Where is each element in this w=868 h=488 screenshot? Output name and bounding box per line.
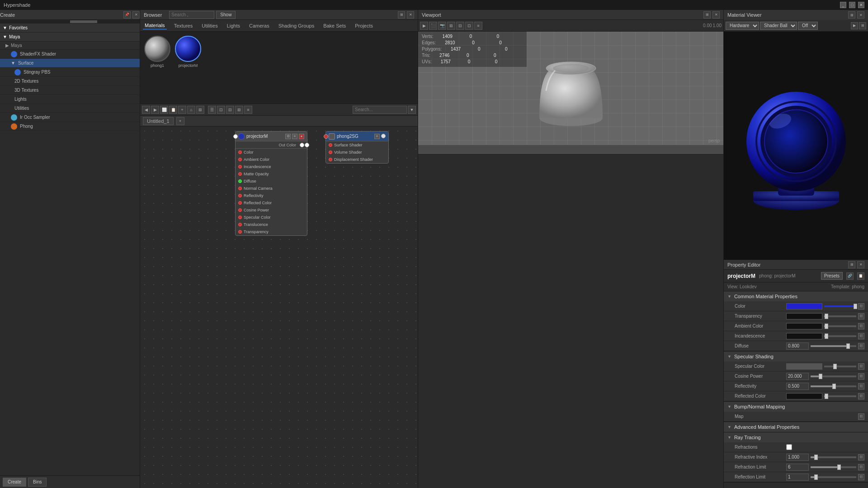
vp-btn2[interactable]: ⬛ xyxy=(429,22,437,30)
node-settings-btn[interactable]: ⚙ xyxy=(285,134,291,139)
maximize-button[interactable]: □ xyxy=(849,2,855,8)
refl-limit-chain-btn[interactable]: ⛓ xyxy=(858,474,864,480)
irocc-item[interactable]: Ir Occ Sampler xyxy=(0,113,140,122)
ne-btn-5[interactable]: + xyxy=(178,106,186,114)
horizontal-scrollbar[interactable] xyxy=(0,20,140,23)
ne-btn-1[interactable]: ◀ xyxy=(142,106,150,114)
search-input[interactable] xyxy=(169,11,214,19)
ne-btn-7[interactable]: ⊞ xyxy=(196,106,204,114)
refl-color-swatch[interactable] xyxy=(786,393,822,399)
ne-btn-8[interactable]: ☰ xyxy=(208,106,216,114)
2dtex-item[interactable]: 2D Textures xyxy=(0,77,140,86)
refr-limit-slider[interactable] xyxy=(811,466,856,468)
pe-presets-btn[interactable]: Presets xyxy=(821,272,843,280)
browser-float-btn[interactable]: ⊞ xyxy=(398,11,405,19)
tab-textures[interactable]: Textures xyxy=(172,22,195,29)
ambient-swatch[interactable] xyxy=(786,323,822,329)
transparency-chain-btn[interactable]: ⛓ xyxy=(858,313,864,319)
utilities-item[interactable]: Utilities xyxy=(0,104,140,113)
diffuse-input[interactable] xyxy=(786,343,809,350)
node-projectorm[interactable]: projectorM ⚙ ≡ ● Out Color xyxy=(235,131,307,236)
material-projectorm[interactable]: projectorM xyxy=(175,35,202,68)
minimize-button[interactable]: _ xyxy=(840,2,846,8)
create-panel-pin[interactable]: 📌 xyxy=(123,11,131,19)
bump-section-header[interactable]: ▼ Bump/Normal Mapping xyxy=(724,402,868,412)
pe-link-btn[interactable]: 🔗 xyxy=(846,272,854,280)
ne-btn-10[interactable]: ⊟ xyxy=(226,106,234,114)
show-button[interactable]: Show xyxy=(216,11,236,19)
sg-expand-btn[interactable]: ≡ xyxy=(374,134,380,139)
cosine-power-input[interactable] xyxy=(786,373,809,380)
favorites-header[interactable]: ▼ Favorites xyxy=(0,23,140,33)
pe-close-btn[interactable]: ✕ xyxy=(857,261,864,268)
node-expand-btn[interactable]: ≡ xyxy=(292,134,297,139)
viewport-close-btn[interactable]: ✕ xyxy=(712,11,720,19)
tab-materials[interactable]: Materials xyxy=(143,22,167,29)
spec-color-slider[interactable] xyxy=(824,366,856,367)
sg-in-connector[interactable] xyxy=(324,134,328,139)
maya-sub-header[interactable]: ▶ Maya xyxy=(0,42,140,50)
ne-btn-4[interactable]: 📋 xyxy=(169,106,177,114)
node-search-input[interactable] xyxy=(353,106,407,114)
ambient-chain-btn[interactable]: ⛓ xyxy=(858,323,864,329)
cosine-power-slider[interactable] xyxy=(811,375,856,377)
incand-swatch[interactable] xyxy=(786,333,822,339)
color-swatch[interactable] xyxy=(786,303,822,310)
sg-out-connector[interactable] xyxy=(381,134,386,138)
stingray-item[interactable]: Stingray PBS xyxy=(0,68,140,77)
ne-btn-6[interactable]: ⌂ xyxy=(187,106,195,114)
reflectivity-chain-btn[interactable]: ⛓ xyxy=(858,383,864,389)
refl-color-chain-btn[interactable]: ⛓ xyxy=(858,393,864,399)
viewport-float-btn[interactable]: ⊞ xyxy=(703,11,711,19)
refr-index-input[interactable] xyxy=(786,454,809,461)
mv-icon-btn1[interactable]: ▶ xyxy=(851,22,858,29)
diffuse-slider[interactable] xyxy=(811,345,856,347)
transparency-slider[interactable] xyxy=(824,315,856,317)
mv-float-btn[interactable]: ⊞ xyxy=(848,11,855,19)
ambient-slider[interactable] xyxy=(824,325,856,327)
transparency-swatch[interactable] xyxy=(786,313,822,319)
pe-float-btn[interactable]: ⊞ xyxy=(848,261,855,268)
mv-icon-btn2[interactable]: ⊞ xyxy=(859,22,866,29)
refr-index-chain-btn[interactable]: ⛓ xyxy=(858,454,864,460)
shaderfx-item[interactable]: ShaderFX Shader xyxy=(0,50,140,59)
refl-limit-input[interactable] xyxy=(786,474,809,481)
color-chain-btn[interactable]: ⛓ xyxy=(858,303,864,310)
3dtex-item[interactable]: 3D Textures xyxy=(0,86,140,95)
specular-section-header[interactable]: ▼ Specular Shading xyxy=(724,352,868,361)
out-connector-abs[interactable] xyxy=(305,143,309,147)
vp-btn6[interactable]: ⊡ xyxy=(465,22,473,30)
refr-index-slider[interactable] xyxy=(811,456,856,458)
raytracing-section-header[interactable]: ▼ Ray Tracing xyxy=(724,432,868,442)
tab-lights[interactable]: Lights xyxy=(225,22,242,29)
lights-item[interactable]: Lights xyxy=(0,95,140,104)
spec-color-chain-btn[interactable]: ⛓ xyxy=(858,363,864,370)
shape-select[interactable]: Shader Ball xyxy=(760,22,797,30)
browser-close-btn[interactable]: ✕ xyxy=(407,11,414,19)
refractions-checkbox[interactable] xyxy=(786,444,792,450)
vp-btn5[interactable]: ⊟ xyxy=(456,22,464,30)
node-close-btn[interactable]: ● xyxy=(299,134,304,139)
spec-color-swatch[interactable] xyxy=(786,363,822,370)
map-chain-btn[interactable]: ⛓ xyxy=(858,413,864,420)
ne-btn-12[interactable]: ≡ xyxy=(244,106,252,114)
refl-color-slider[interactable] xyxy=(824,395,856,397)
phong-item[interactable]: Phong xyxy=(0,122,140,131)
reflectivity-slider[interactable] xyxy=(811,385,856,387)
out-color-connector[interactable] xyxy=(300,143,304,147)
tab-projects[interactable]: Projects xyxy=(353,22,375,29)
common-section-header[interactable]: ▼ Common Material Properties xyxy=(724,291,868,301)
vp-btn7[interactable]: ≡ xyxy=(474,22,482,30)
add-tab-btn[interactable]: + xyxy=(176,117,184,125)
close-button[interactable]: ✕ xyxy=(858,2,864,8)
create-btn[interactable]: Create xyxy=(3,478,26,487)
vp-btn4[interactable]: ⊞ xyxy=(447,22,455,30)
node-phong2sg[interactable]: phong2SG ≡ Surface Shader Volume Shade xyxy=(326,131,389,164)
refl-limit-slider[interactable] xyxy=(811,476,856,478)
bins-btn[interactable]: Bins xyxy=(28,478,47,487)
vp-btn1[interactable]: ▶ xyxy=(420,22,428,30)
maya-cat-header[interactable]: ▼ Maya xyxy=(0,33,140,42)
ne-btn-9[interactable]: ⊡ xyxy=(217,106,225,114)
untitled-tab[interactable]: Untitled_1 xyxy=(143,117,174,125)
ne-btn-11[interactable]: ⊞ xyxy=(235,106,243,114)
